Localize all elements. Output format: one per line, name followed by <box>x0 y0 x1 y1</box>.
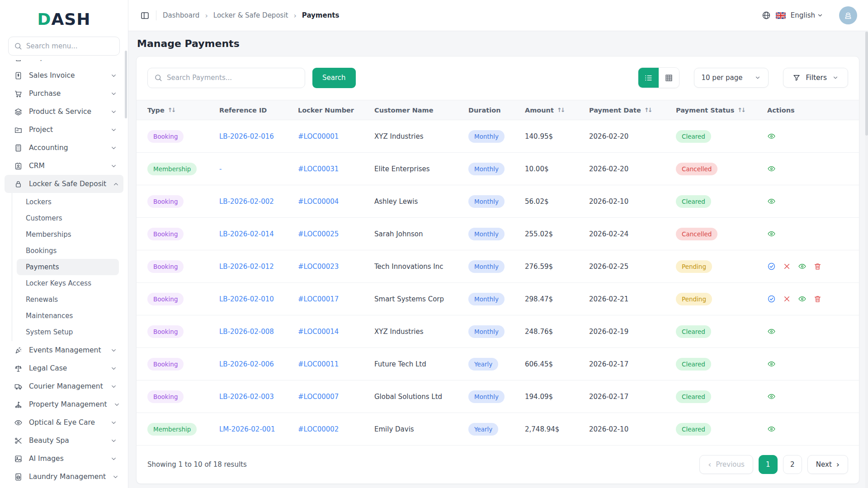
filters-label: Filters <box>806 74 827 82</box>
sidebar-item-accounting[interactable]: Accounting <box>5 139 123 157</box>
view-action-button[interactable] <box>798 262 807 271</box>
sidebar-item-events-management[interactable]: Events Management <box>5 341 123 359</box>
view-action-button[interactable] <box>767 360 776 368</box>
delete-action-button[interactable] <box>813 295 822 303</box>
sort-arrows-icon[interactable]: ↑↓ <box>557 107 566 113</box>
reference-id-link[interactable]: LB-2026-02-016 <box>219 132 274 141</box>
locker-number-link[interactable]: #LOC00004 <box>298 197 339 206</box>
sidebar-subitem-bookings[interactable]: Bookings <box>17 243 119 259</box>
sidebar-subitem-memberships[interactable]: Memberships <box>17 226 119 243</box>
page-2-button[interactable]: 2 <box>783 455 802 474</box>
sidebar-item-ai-images[interactable]: AI Images <box>5 450 123 468</box>
reference-id-link[interactable]: LM-2026-02-001 <box>219 425 275 433</box>
payments-card: Search 10 per page <box>136 56 859 484</box>
reference-id-link[interactable]: LB-2026-02-006 <box>219 360 274 368</box>
sidebar-item-beauty-spa[interactable]: Beauty Spa <box>5 432 123 450</box>
sidebar-item-purchase[interactable]: Purchase <box>5 84 123 103</box>
view-action-button[interactable] <box>767 327 776 336</box>
topbar-divider <box>156 10 156 20</box>
reference-id-link[interactable]: LB-2026-02-003 <box>219 393 274 401</box>
grid-view-button[interactable] <box>659 68 679 88</box>
reject-action-button[interactable] <box>783 262 791 271</box>
sidebar-subitem-payments[interactable]: Payments <box>17 259 119 275</box>
reference-id-link[interactable]: LB-2026-02-014 <box>219 230 274 238</box>
reference-id-link[interactable]: LB-2026-02-010 <box>219 295 274 303</box>
sidebar-item-legal-case[interactable]: Legal Case <box>5 359 123 377</box>
locker-number-link[interactable]: #LOC00002 <box>298 425 339 433</box>
invoice-icon <box>14 71 23 80</box>
sidebar-subitem-locker-keys-access[interactable]: Locker Keys Access <box>17 275 119 291</box>
view-action-button[interactable] <box>798 295 807 303</box>
view-action-button[interactable] <box>767 164 776 173</box>
column-header-amount: Amount↑↓ <box>525 107 589 114</box>
next-page-button[interactable]: Next› <box>807 455 848 474</box>
sidebar-subitem-maintenances[interactable]: Maintenances <box>17 308 119 324</box>
search-button[interactable]: Search <box>312 68 356 88</box>
chevron-down-icon <box>110 60 117 61</box>
sidebar-item-crm[interactable]: CRM <box>5 157 123 175</box>
sidebar-item-locker-safe-deposit[interactable]: Locker & Safe Deposit <box>5 175 123 193</box>
per-page-select[interactable]: 10 per page <box>694 68 769 88</box>
breadcrumb-locker-safe-deposit[interactable]: Locker & Safe Deposit <box>213 11 288 19</box>
locker-number-link[interactable]: #LOC00025 <box>298 230 339 238</box>
view-action-button[interactable] <box>767 425 776 433</box>
column-label: Actions <box>767 107 795 114</box>
breadcrumb-dashboard[interactable]: Dashboard <box>163 11 199 19</box>
reject-action-button[interactable] <box>783 295 791 303</box>
sort-arrows-icon[interactable]: ↑↓ <box>644 107 653 113</box>
reference-id-link[interactable]: LB-2026-02-012 <box>219 263 274 271</box>
chevron-down-icon <box>110 455 117 462</box>
sidebar-item-laundry-management[interactable]: Laundry Management <box>5 468 123 486</box>
sidebar-subitem-system-setup[interactable]: System Setup <box>17 324 119 340</box>
locker-number-link[interactable]: #LOC00031 <box>298 165 339 173</box>
sidebar-item-sales-invoice[interactable]: Sales Invoice <box>5 66 123 84</box>
reference-id-link[interactable]: LB-2026-02-002 <box>219 197 274 206</box>
sidebar-item-proposal[interactable]: Proposal <box>5 60 123 66</box>
sidebar-item-custom-field[interactable]: Custom Field <box>5 486 123 488</box>
locker-number-link[interactable]: #LOC00014 <box>298 328 339 336</box>
sidebar-submenu: LockersCustomersMembershipsBookingsPayme… <box>12 193 128 341</box>
page-1-button[interactable]: 1 <box>759 455 778 474</box>
column-label: Locker Number <box>298 107 354 114</box>
locker-number-link[interactable]: #LOC00023 <box>298 263 339 271</box>
sort-arrows-icon[interactable]: ↑↓ <box>737 107 746 113</box>
sidebar-item-optical-eye-care[interactable]: Optical & Eye Care <box>5 413 123 432</box>
sidebar-item-courier-management[interactable]: Courier Management <box>5 377 123 395</box>
reference-id-link[interactable]: LB-2026-02-008 <box>219 328 274 336</box>
sidebar-subitem-lockers[interactable]: Lockers <box>17 194 119 210</box>
sidebar-item-property-management[interactable]: Property Management <box>5 395 123 413</box>
sidebar-scrollbar-thumb[interactable] <box>125 51 127 118</box>
row-actions <box>767 262 859 271</box>
previous-page-button[interactable]: ‹Previous <box>699 455 753 474</box>
sidebar-toggle-button[interactable] <box>140 11 150 20</box>
view-action-button[interactable] <box>767 197 776 206</box>
list-view-button[interactable] <box>638 68 659 88</box>
locker-number-link[interactable]: #LOC00017 <box>298 295 339 303</box>
sidebar-item-product-service[interactable]: Product & Service <box>5 103 123 121</box>
sidebar-item-project[interactable]: Project <box>5 121 123 139</box>
sidebar-subitem-renewals[interactable]: Renewals <box>17 291 119 308</box>
payments-search-input[interactable] <box>167 74 298 82</box>
sort-arrows-icon[interactable]: ↑↓ <box>168 107 176 113</box>
reference-id-link[interactable]: - <box>219 165 222 173</box>
view-action-button[interactable] <box>767 392 776 401</box>
view-action-button[interactable] <box>767 230 776 238</box>
page-scrollbar-thumb[interactable] <box>865 32 868 136</box>
approve-action-button[interactable] <box>767 295 776 303</box>
approve-action-button[interactable] <box>767 262 776 271</box>
sidebar-search-input[interactable] <box>26 42 114 50</box>
locker-number-link[interactable]: #LOC00001 <box>298 132 339 141</box>
locker-number-link[interactable]: #LOC00011 <box>298 360 339 368</box>
view-action-button[interactable] <box>767 132 776 141</box>
row-actions <box>767 360 859 368</box>
language-selector[interactable]: English <box>791 11 823 19</box>
globe-button[interactable] <box>762 11 771 20</box>
locker-number-link[interactable]: #LOC00007 <box>298 393 339 401</box>
payment-status-cell: Cancelled <box>676 163 767 175</box>
filters-button[interactable]: Filters <box>783 68 848 88</box>
user-avatar[interactable] <box>839 6 857 24</box>
delete-action-button[interactable] <box>813 262 822 271</box>
page-scrollbar[interactable] <box>865 32 868 488</box>
sidebar-subitem-customers[interactable]: Customers <box>17 210 119 226</box>
sidebar-item-label: Project <box>29 126 104 134</box>
